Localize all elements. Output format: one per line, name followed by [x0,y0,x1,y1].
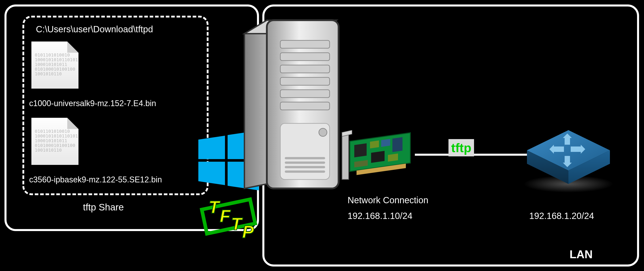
binary-file-icon: 0101101010010 1000101010110101 100010101… [32,118,78,165]
svg-text:T: T [231,214,243,234]
network-card-icon [341,130,415,184]
svg-rect-25 [370,140,379,148]
share-label: tftp Share [83,202,124,213]
svg-rect-24 [354,143,366,157]
svg-rect-22 [342,132,349,179]
svg-rect-29 [388,153,398,161]
file-name-label: c1000-universalk9-mz.152-7.E4.bin [29,99,156,108]
svg-rect-13 [280,77,330,85]
svg-rect-28 [371,151,384,163]
svg-rect-17 [285,157,325,159]
svg-rect-26 [381,139,390,147]
tftp-app-icon: T F T P [197,195,260,240]
svg-rect-15 [280,102,330,110]
svg-rect-11 [280,53,330,61]
svg-rect-10 [280,40,330,48]
svg-rect-18 [285,161,325,164]
server-tower-icon [240,14,343,195]
svg-rect-19 [285,166,325,168]
file-name-label: c3560-ipbasek9-mz.122-55.SE12.bin [29,175,162,184]
svg-text:F: F [220,206,231,226]
svg-marker-2 [198,162,225,185]
file-binary-text: 0101101010010 1000101010110101 100010101… [35,129,78,153]
svg-text:T: T [208,197,221,217]
file-binary-text: 0101101010010 1000101010110101 100010101… [35,53,78,76]
network-switch-icon [520,117,617,193]
svg-rect-27 [392,137,402,152]
svg-point-21 [319,128,327,136]
binary-file-icon: 0101101010010 1000101010110101 100010101… [32,42,78,89]
svg-text:P: P [242,222,254,240]
share-path: C:\Users\user\Download\tftpd [36,24,153,34]
svg-rect-14 [280,90,330,98]
lan-label: LAN [570,248,593,261]
tftp-protocol-label: tftp [448,139,474,156]
svg-marker-0 [198,136,225,159]
svg-rect-20 [285,170,325,173]
switch-ip-address: 192.168.1.20/24 [529,211,594,221]
nic-ip-address: 192.168.1.10/24 [348,211,412,221]
svg-rect-12 [280,65,330,73]
nic-label: Network Connection [348,195,428,205]
